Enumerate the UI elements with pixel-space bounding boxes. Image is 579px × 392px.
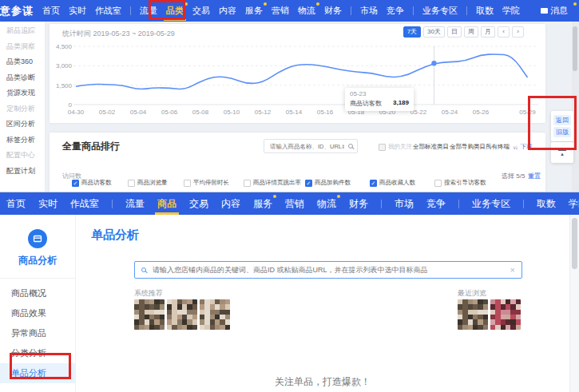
product-thumbnail[interactable] bbox=[167, 299, 197, 330]
nav-item-product[interactable]: 商品 bbox=[157, 192, 176, 215]
nav-item-compete[interactable]: 竞争 bbox=[387, 0, 404, 22]
sidebar-item-category-insight[interactable]: 品类洞察 bbox=[0, 39, 45, 55]
nav-item-category[interactable]: 品类 bbox=[166, 0, 184, 22]
sidebar-item-single-product-analysis[interactable]: 单品分析 bbox=[0, 363, 75, 383]
sidebar-item-category-360[interactable]: 品类360 bbox=[0, 54, 45, 70]
nav-item-traffic[interactable]: 流量 bbox=[125, 192, 145, 215]
nav-item-war-room[interactable]: 作战室 bbox=[95, 0, 121, 22]
nav-item-data-extract[interactable]: 取数 bbox=[476, 0, 494, 22]
nav-item-home[interactable]: 首页 bbox=[42, 0, 60, 22]
top-window-scrollbar[interactable] bbox=[572, 22, 579, 192]
checkbox[interactable] bbox=[244, 180, 251, 187]
back-to-top-button[interactable]: ▲ bbox=[551, 142, 573, 163]
search-icon[interactable] bbox=[348, 144, 353, 148]
range-button-日[interactable]: 日 bbox=[447, 26, 462, 38]
sidebar-item-new-item-tracking[interactable]: 新品追踪 bbox=[0, 23, 45, 39]
app-logo: 生意参谋 bbox=[0, 4, 34, 18]
product-thumbnail[interactable] bbox=[134, 299, 165, 330]
reset-link[interactable]: 重置 bbox=[528, 172, 541, 180]
metric-checkbox-avg-stay-time[interactable]: 平均停留时长 bbox=[184, 179, 229, 187]
sidebar-item-category-analysis[interactable]: 分类分析 bbox=[0, 343, 75, 363]
nav-item-home[interactable]: 首页 bbox=[6, 192, 26, 215]
checkbox[interactable] bbox=[379, 144, 386, 151]
svg-text:05-29: 05-29 bbox=[519, 109, 536, 116]
sidebar-item-tag-analysis[interactable]: 标签分析 bbox=[0, 133, 45, 148]
filter-dropdown-terminal[interactable]: 所有终端∨ bbox=[486, 143, 516, 151]
metric-checkbox-search-guide-visitors[interactable]: 搜索引导访客数 bbox=[434, 179, 486, 187]
sidebar-item-config-plan[interactable]: 配置计划 bbox=[0, 164, 45, 180]
next-button[interactable]: › bbox=[512, 26, 524, 38]
sidebar-item-category-diagnosis[interactable]: 品类诊断 bbox=[0, 70, 45, 86]
nav-item-content[interactable]: 内容 bbox=[219, 0, 236, 22]
scrollbar-thumb[interactable] bbox=[573, 26, 577, 71]
empty-state-hint: 关注单品，打造爆款！ bbox=[76, 375, 569, 389]
nav-item-market[interactable]: 市场 bbox=[395, 192, 414, 215]
download-link[interactable]: ↓ 下载 bbox=[515, 143, 533, 151]
back-to-old-version-button[interactable]: 返回 旧版 bbox=[551, 111, 573, 141]
bottom-window-scrollbar[interactable] bbox=[569, 215, 579, 392]
sidebar-item-custom-analysis[interactable]: 定制分析 bbox=[0, 101, 45, 117]
checkbox[interactable] bbox=[434, 180, 442, 187]
checkbox[interactable] bbox=[128, 180, 135, 187]
checkbox[interactable]: ✓ bbox=[72, 180, 79, 187]
scrollbar-thumb[interactable] bbox=[572, 218, 577, 269]
nav-item-war-room[interactable]: 作战室 bbox=[70, 192, 99, 215]
nav-item-business-zone[interactable]: 业务专区 bbox=[472, 192, 510, 215]
product-thumbnail[interactable] bbox=[200, 299, 230, 330]
nav-item-traffic[interactable]: 流量 bbox=[140, 0, 157, 22]
nav-item-content[interactable]: 内容 bbox=[221, 192, 240, 215]
nav-item-marketing[interactable]: 营销 bbox=[285, 192, 304, 215]
prev-button[interactable]: ‹ bbox=[498, 26, 510, 38]
product-thumbnail[interactable] bbox=[458, 299, 488, 330]
old-version-label[interactable]: 旧版 bbox=[553, 127, 571, 137]
range-button-7天[interactable]: 7天 bbox=[403, 26, 421, 38]
nav-item-finance[interactable]: 财务 bbox=[349, 192, 368, 215]
range-button-周[interactable]: 周 bbox=[464, 26, 478, 38]
clear-icon[interactable]: × bbox=[510, 266, 515, 275]
sidebar-item-supply-discovery[interactable]: 货源发现 bbox=[0, 85, 45, 101]
metric-checkbox-favorite-count[interactable]: ✓商品收藏人数 bbox=[370, 179, 415, 187]
nav-item-business-zone[interactable]: 业务专区 bbox=[422, 0, 458, 22]
nav-item-logistics[interactable]: 物流 bbox=[317, 192, 336, 215]
sidebar-item-config-center[interactable]: 配置中心 bbox=[0, 148, 45, 164]
checkbox[interactable]: ✓ bbox=[370, 180, 377, 187]
back-label[interactable]: 返回 bbox=[553, 115, 571, 125]
nav-item-realtime[interactable]: 实时 bbox=[69, 0, 86, 22]
nav-item-finance[interactable]: 财务 bbox=[324, 0, 342, 22]
top-navbar: 生意参谋 首页实时作战室流量品类交易内容服务营销物流财务市场竞争业务专区取数学院… bbox=[0, 0, 579, 22]
product-thumbnail[interactable] bbox=[490, 299, 521, 330]
svg-text:05-26: 05-26 bbox=[473, 109, 490, 116]
metric-label: 商品收藏人数 bbox=[379, 179, 415, 187]
nav-item-market[interactable]: 市场 bbox=[360, 0, 378, 22]
rank-search-input[interactable] bbox=[268, 142, 346, 151]
metric-checkbox-detail-bounce-rate[interactable]: 商品详情页跳出率 bbox=[244, 179, 301, 187]
svg-text:05-02: 05-02 bbox=[99, 109, 116, 116]
nav-item-realtime[interactable]: 实时 bbox=[38, 192, 58, 215]
metric-checkbox-view-count[interactable]: 商品浏览量 bbox=[128, 179, 168, 187]
nav-item-trade[interactable]: 交易 bbox=[192, 0, 210, 22]
nav-item-message[interactable]: 消息 bbox=[541, 0, 573, 22]
sidebar-item-product-overview[interactable]: 商品概况 bbox=[0, 283, 75, 303]
my-focus-checkbox[interactable]: 我的关注 bbox=[379, 143, 412, 151]
svg-text:05-24: 05-24 bbox=[442, 109, 458, 116]
nav-item-service[interactable]: 服务 bbox=[253, 192, 272, 215]
checkbox[interactable]: ✓ bbox=[305, 180, 312, 187]
sidebar-item-product-effect[interactable]: 商品效果 bbox=[0, 303, 75, 323]
range-button-月[interactable]: 月 bbox=[481, 26, 495, 38]
nav-item-data-extract[interactable]: 取数 bbox=[537, 192, 556, 215]
nav-item-service[interactable]: 服务 bbox=[245, 0, 263, 22]
metric-checkbox-cart-add-count[interactable]: ✓商品加购件数 bbox=[305, 179, 351, 187]
product-search-input[interactable] bbox=[151, 265, 506, 275]
metric-checkbox-visitor-count[interactable]: ✓商品访客数 bbox=[72, 179, 112, 187]
checkbox[interactable] bbox=[184, 180, 191, 187]
nav-item-logistics[interactable]: 物流 bbox=[298, 0, 315, 22]
range-button-30天[interactable]: 30天 bbox=[423, 26, 445, 38]
sidebar-item-abnormal-product[interactable]: 异常商品 bbox=[0, 323, 75, 343]
nav-item-academy[interactable]: 学院 bbox=[569, 192, 579, 215]
nav-item-compete[interactable]: 竞争 bbox=[426, 192, 446, 215]
nav-item-academy[interactable]: 学院 bbox=[502, 0, 520, 22]
nav-item-marketing[interactable]: 营销 bbox=[272, 0, 289, 22]
sidebar-item-interval-analysis[interactable]: 区间分析 bbox=[0, 117, 45, 133]
nav-item-trade[interactable]: 交易 bbox=[189, 192, 208, 215]
svg-text:05-14: 05-14 bbox=[286, 109, 303, 116]
